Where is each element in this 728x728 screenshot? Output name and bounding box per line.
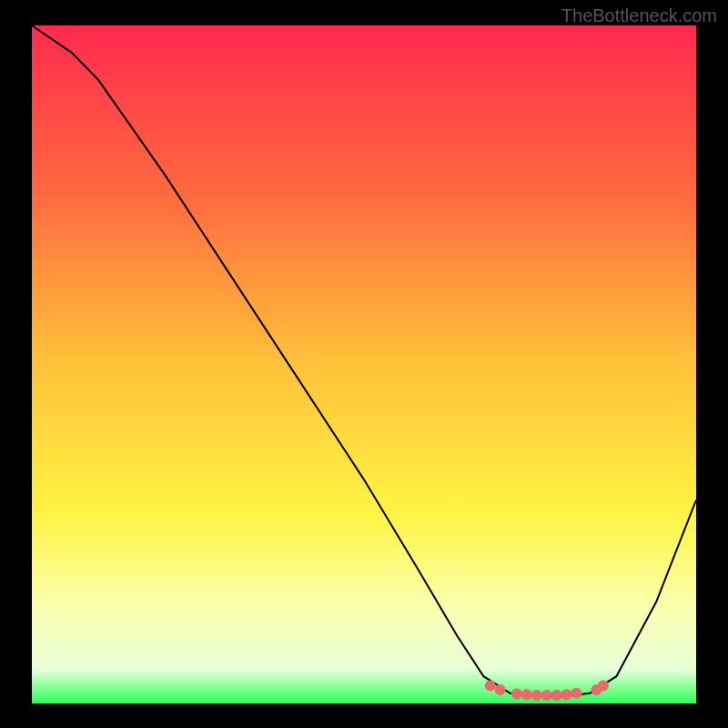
optimal-marker — [551, 690, 562, 701]
optimal-marker — [571, 688, 582, 699]
optimal-marker — [541, 690, 552, 701]
watermark-text: TheBottleneck.com — [561, 5, 717, 26]
chart-svg — [0, 0, 728, 728]
optimal-marker — [521, 689, 532, 700]
optimal-marker — [511, 689, 522, 700]
optimal-marker — [485, 681, 496, 692]
optimal-marker — [561, 689, 572, 700]
optimal-marker — [598, 681, 609, 692]
optimal-marker — [495, 684, 506, 695]
bottleneck-chart — [0, 0, 728, 728]
optimal-marker — [531, 690, 542, 701]
